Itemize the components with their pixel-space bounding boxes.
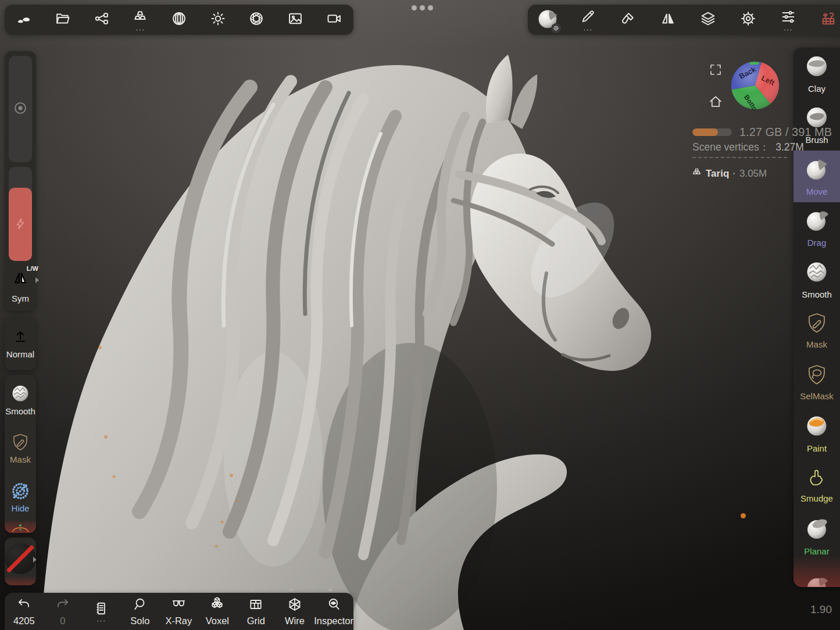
top-right-toolbar: ··· ··· (528, 5, 840, 35)
gizmo-action-partial[interactable] (5, 521, 36, 533)
smooth-ball-icon (10, 383, 31, 406)
tool-label: SelMask (800, 391, 834, 401)
background-button[interactable] (276, 5, 315, 35)
falloff-scroll-fade (5, 576, 36, 585)
settings-button[interactable] (728, 5, 768, 35)
inspector-label: Inspector (314, 615, 353, 627)
matcap-button[interactable] (160, 5, 199, 35)
scene-ingots-icon (132, 9, 148, 27)
bottom-toolbar: 4205 0 ··· Solo X-Ray (5, 593, 353, 630)
selected-object-row[interactable]: Tariq · 3.05M (691, 167, 767, 180)
wire-button[interactable]: Wire (276, 593, 314, 630)
sun-icon (210, 10, 226, 29)
mask-action-label: Mask (10, 454, 31, 464)
tool-item-drag[interactable]: Drag (793, 202, 840, 254)
nodes-button[interactable] (82, 5, 121, 35)
sym-mode-badge: L/W (27, 265, 38, 272)
arrow-up-icon (12, 328, 28, 347)
tool-item-partial[interactable] (793, 562, 840, 587)
voxel-caret-icon (210, 588, 216, 591)
files-button[interactable] (44, 5, 83, 35)
memory-bar (692, 128, 732, 136)
memory-text: 1.27 GB / 391 MB (739, 126, 832, 139)
redo-button[interactable]: 0 (44, 593, 83, 630)
image-icon (287, 10, 303, 29)
sym-mirror-icon: L/W (12, 269, 29, 289)
voxel-button[interactable]: Voxel (198, 593, 237, 630)
layers-button[interactable] (688, 5, 728, 35)
solo-magnifier-icon (133, 597, 148, 614)
stroke-normal-label: Normal (6, 349, 34, 359)
falloff-panel[interactable] (5, 538, 36, 585)
undo-icon (16, 597, 31, 614)
video-camera-icon (326, 10, 342, 29)
interface-button[interactable]: ··· (768, 5, 808, 35)
app-logo-button[interactable] (5, 5, 44, 35)
smooth-action-button[interactable]: Smooth (5, 375, 36, 424)
home-view-button[interactable] (708, 94, 723, 112)
smooth-action-label: Smooth (5, 406, 35, 416)
falloff-none-slash-icon (6, 545, 35, 573)
xray-button[interactable]: X-Ray (159, 593, 198, 630)
mask-shield-icon (10, 432, 30, 454)
inspector-button[interactable]: Inspector (314, 593, 353, 630)
fullscreen-button[interactable] (709, 63, 723, 79)
paint-settings-button[interactable]: ··· (568, 5, 608, 35)
tool-item-move[interactable]: Move (793, 151, 840, 202)
tool-label: Move (806, 187, 828, 196)
hide-action-button[interactable]: Hide (5, 472, 36, 521)
plugins-button[interactable] (808, 5, 840, 35)
tool-item-smudge[interactable]: Smudge (793, 459, 840, 511)
brush-settings-button[interactable] (608, 5, 648, 35)
object-vertex-count: 3.05M (739, 168, 767, 180)
history-more-indicator: ··· (96, 619, 106, 622)
zoom-level: 1.90 (810, 603, 832, 616)
multitask-handle-dots-icon (412, 5, 433, 10)
object-sep: · (732, 168, 736, 180)
camera-button[interactable] (314, 5, 353, 35)
material-sphere-icon (536, 7, 559, 33)
scene-button[interactable]: ··· (121, 5, 160, 35)
material-gear-badge-icon (551, 23, 561, 33)
tool-label: Smudge (800, 493, 833, 503)
solo-button[interactable]: Solo (121, 593, 160, 630)
tool-item-selmask[interactable]: SelMask (793, 356, 840, 408)
redo-icon (55, 597, 70, 614)
move-sphere-icon (804, 156, 830, 184)
tool-label: Drag (807, 238, 827, 248)
stroke-normal-button[interactable]: Normal (5, 317, 36, 370)
selmask-shield-icon (805, 363, 828, 389)
lighting-button[interactable] (198, 5, 237, 35)
layers-icon (700, 10, 716, 29)
paintbrush-icon (620, 10, 636, 29)
material-button[interactable] (528, 5, 568, 35)
sym-button[interactable]: L/W Sym (5, 269, 36, 303)
mask-action-button[interactable]: Mask (5, 424, 36, 472)
quick-actions-panel: Smooth Mask Hide (5, 375, 36, 533)
tool-item-clay[interactable]: Clay (793, 48, 840, 99)
drag-sphere-icon (804, 207, 830, 235)
top-left-toolbar: ··· (5, 5, 353, 35)
nav-ball[interactable]: Back Left Bottom (730, 60, 780, 113)
tool-item-paint[interactable]: Paint (793, 408, 840, 460)
pencil-icon (580, 9, 596, 27)
voxel-label: Voxel (206, 615, 229, 627)
falloff-preview[interactable] (5, 543, 36, 574)
aperture-icon (248, 10, 264, 29)
postprocess-button[interactable] (237, 5, 276, 35)
matcap-sphere-icon (171, 10, 187, 29)
node-graph-icon (94, 10, 110, 29)
history-button[interactable]: ··· (82, 593, 121, 630)
radius-slider[interactable] (9, 56, 32, 162)
grid-button[interactable]: Grid (237, 593, 276, 630)
tool-item-mask[interactable]: Mask (793, 305, 840, 357)
intensity-bolt-icon (13, 217, 27, 233)
tool-item-smooth[interactable]: Smooth (793, 253, 840, 305)
symmetry-button[interactable] (648, 5, 688, 35)
undo-button[interactable]: 4205 (5, 593, 44, 630)
intensity-slider[interactable] (9, 167, 32, 261)
scene-vertices-value: 3.27M (775, 141, 804, 153)
tool-item-planar[interactable]: Planar (793, 511, 840, 563)
app-logo-icon (15, 10, 33, 30)
smooth-sphere-icon (804, 259, 830, 287)
